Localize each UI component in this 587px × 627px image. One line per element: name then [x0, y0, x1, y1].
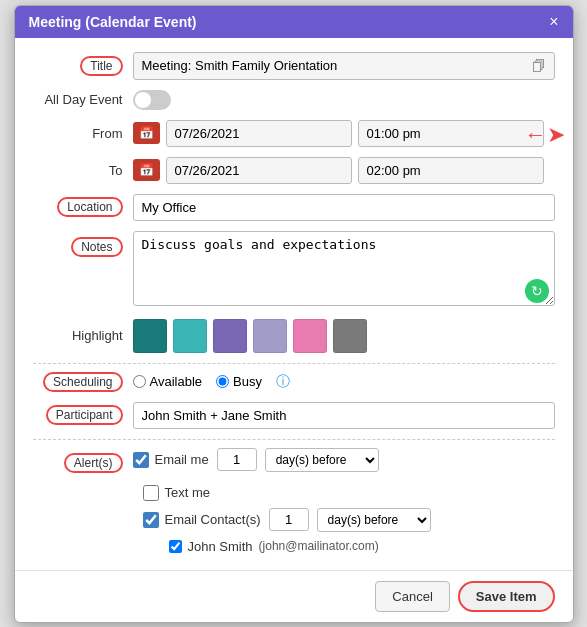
meeting-dialog: Meeting (Calendar Event) × Title 🗍 All D… [14, 5, 574, 623]
notes-refresh-button[interactable]: ↻ [525, 279, 549, 303]
location-input[interactable] [133, 194, 555, 221]
title-label: Title [80, 56, 122, 76]
all-day-label: All Day Event [44, 92, 122, 107]
color-swatch-4[interactable] [253, 319, 287, 353]
to-calendar-button[interactable]: 📅 [133, 159, 160, 181]
text-me-label[interactable]: Text me [143, 485, 211, 501]
close-button[interactable]: × [549, 14, 558, 30]
notes-textarea[interactable] [133, 231, 555, 306]
location-row: Location [33, 194, 555, 221]
text-me-checkbox[interactable] [143, 485, 159, 501]
notes-area: ↻ [133, 231, 555, 309]
divider-1 [33, 363, 555, 364]
color-swatch-2[interactable] [173, 319, 207, 353]
toggle-slider [133, 90, 171, 110]
email-me-row: Email me day(s) before hour(s) before we… [133, 448, 379, 472]
save-button[interactable]: Save Item [458, 581, 555, 612]
from-time-input[interactable] [358, 120, 544, 147]
title-input[interactable] [142, 58, 524, 73]
alerts-label: Alert(s) [64, 453, 123, 473]
from-row: From 📅 ←➤ [33, 120, 555, 147]
dialog-header: Meeting (Calendar Event) × [15, 6, 573, 38]
to-date-group: 📅 [133, 157, 544, 184]
highlight-swatches [133, 319, 555, 353]
red-arrow-annotation: ←➤ [525, 122, 565, 148]
dialog-body: Title 🗍 All Day Event From 📅 [15, 38, 573, 570]
color-swatch-5[interactable] [293, 319, 327, 353]
all-day-row: All Day Event [33, 90, 555, 110]
email-contacts-select[interactable]: day(s) before hour(s) before week(s) bef… [317, 508, 431, 532]
color-swatch-3[interactable] [213, 319, 247, 353]
alerts-section: Alert(s) Email me day(s) before hour(s) … [33, 439, 555, 554]
email-me-checkbox[interactable] [133, 452, 149, 468]
to-label: To [109, 163, 123, 178]
notes-label: Notes [71, 237, 122, 257]
calendar-icon: 🗍 [532, 58, 546, 74]
email-contacts-row: Email Contact(s) day(s) before hour(s) b… [143, 508, 555, 532]
scheduling-available-radio[interactable] [133, 375, 146, 388]
alerts-label-row: Alert(s) Email me day(s) before hour(s) … [33, 448, 555, 479]
email-me-label[interactable]: Email me [133, 452, 209, 468]
cancel-button[interactable]: Cancel [375, 581, 449, 612]
to-row: To 📅 [33, 157, 555, 184]
scheduling-busy-option[interactable]: Busy [216, 374, 262, 389]
dialog-title: Meeting (Calendar Event) [29, 14, 197, 30]
participant-row: Participant [33, 402, 555, 429]
text-me-row: Text me [143, 485, 555, 501]
to-date-input[interactable] [166, 157, 352, 184]
scheduling-available-option[interactable]: Available [133, 374, 203, 389]
scheduling-busy-radio[interactable] [216, 375, 229, 388]
scheduling-label: Scheduling [43, 372, 122, 392]
to-time-input[interactable] [358, 157, 544, 184]
contact-row: John Smith (john@mailinator.com) [169, 539, 555, 554]
all-day-toggle[interactable] [133, 90, 171, 110]
participant-label: Participant [46, 405, 123, 425]
contact-email: (john@mailinator.com) [259, 539, 379, 553]
email-me-select[interactable]: day(s) before hour(s) before week(s) bef… [265, 448, 379, 472]
title-field-wrapper: 🗍 [133, 52, 555, 80]
contact-checkbox[interactable] [169, 540, 182, 553]
from-date-group: 📅 [133, 120, 544, 147]
from-date-input[interactable] [166, 120, 352, 147]
color-swatch-6[interactable] [333, 319, 367, 353]
scheduling-busy-label: Busy [233, 374, 262, 389]
email-me-qty[interactable] [217, 448, 257, 471]
dialog-footer: Cancel Save Item [15, 570, 573, 622]
title-row: Title 🗍 [33, 52, 555, 80]
email-contacts-label[interactable]: Email Contact(s) [143, 512, 261, 528]
from-label: From [92, 126, 122, 141]
contact-name: John Smith [188, 539, 253, 554]
highlight-label: Highlight [72, 328, 123, 343]
email-contacts-qty[interactable] [269, 508, 309, 531]
scheduling-row: Scheduling Available Busy ⓘ [33, 372, 555, 392]
color-swatch-1[interactable] [133, 319, 167, 353]
participant-input[interactable] [133, 402, 555, 429]
scheduling-available-label: Available [150, 374, 203, 389]
email-contacts-checkbox[interactable] [143, 512, 159, 528]
notes-row: Notes ↻ [33, 231, 555, 309]
scheduling-options: Available Busy ⓘ [133, 373, 555, 391]
location-label: Location [57, 197, 122, 217]
scheduling-info-icon[interactable]: ⓘ [276, 373, 290, 391]
highlight-row: Highlight [33, 319, 555, 353]
from-calendar-button[interactable]: 📅 [133, 122, 160, 144]
contact-label[interactable]: John Smith (john@mailinator.com) [169, 539, 379, 554]
